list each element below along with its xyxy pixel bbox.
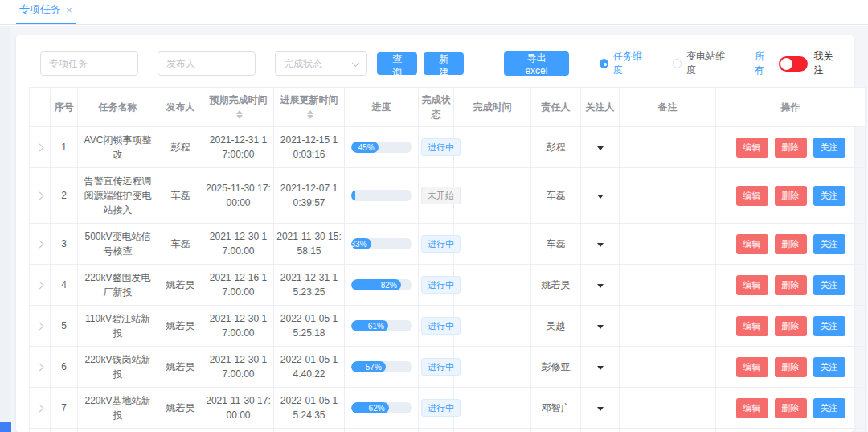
updated-time-cell: 2022-01-05 14:40:22 [274, 347, 345, 388]
expand-row-cell[interactable] [30, 168, 51, 224]
follower-dropdown-icon[interactable] [597, 325, 604, 329]
sort-icon[interactable] [236, 110, 243, 119]
chevron-right-icon[interactable] [36, 144, 44, 152]
task-name-input[interactable] [40, 51, 138, 76]
progress-cell: 61% [345, 306, 419, 347]
status-cell: 进行中 [419, 224, 454, 265]
export-excel-button[interactable]: 导出excel [504, 51, 568, 76]
edit-button[interactable]: 编辑 [736, 357, 768, 377]
edit-button[interactable]: 编辑 [736, 138, 768, 158]
tab-special-task[interactable]: 专项任务 × [16, 0, 76, 24]
expand-row-cell[interactable] [30, 347, 51, 388]
progress-label: 45% [358, 142, 375, 153]
follow-button[interactable]: 关注 [813, 234, 845, 254]
remark-cell [620, 127, 716, 168]
column-header-label: 操作 [781, 101, 800, 113]
delete-button[interactable]: 删除 [775, 275, 807, 295]
delete-button[interactable]: 删除 [775, 234, 807, 254]
publisher-input[interactable] [158, 51, 256, 76]
follower-dropdown-icon[interactable] [597, 366, 604, 370]
column-header: 备注 [620, 88, 716, 127]
expand-row-cell[interactable] [30, 388, 51, 429]
status-badge: 进行中 [421, 399, 461, 418]
expected-time-cell: 2021-12-30 17:00:00 [203, 347, 274, 388]
column-header-label: 进度 [372, 101, 391, 113]
follow-button[interactable]: 关注 [813, 398, 845, 418]
delete-button[interactable]: 删除 [775, 398, 807, 418]
progress-bar: 57% [351, 361, 412, 372]
follower-dropdown-icon[interactable] [597, 284, 604, 288]
content-area: 完成状态 查询 新建 导出excel 任务维度 变电站维度 所有 [0, 26, 868, 432]
status-badge: 进行中 [421, 235, 461, 253]
progress-cell: 82% [345, 265, 419, 306]
chevron-right-icon[interactable] [36, 192, 44, 200]
progress-fill: 82% [351, 279, 401, 290]
expected-time-cell: 2021-12-31 17:00:00 [203, 127, 274, 168]
follower-cell[interactable] [581, 306, 620, 347]
expected-time-cell: 2025-11-30 17:00:00 [203, 168, 274, 224]
sort-icon[interactable] [307, 110, 313, 119]
follower-dropdown-icon[interactable] [597, 243, 604, 247]
delete-button[interactable]: 删除 [775, 138, 807, 158]
progress-bar [351, 190, 412, 201]
progress-bar: 61% [351, 320, 412, 331]
edit-button[interactable]: 编辑 [736, 316, 768, 336]
radio-substation-dimension[interactable]: 变电站维度 [673, 50, 731, 77]
delete-button[interactable]: 删除 [775, 316, 807, 336]
follower-dropdown-icon[interactable] [597, 146, 604, 150]
chevron-down-icon [351, 59, 359, 67]
edit-button[interactable]: 编辑 [736, 234, 768, 254]
follower-cell[interactable] [581, 347, 620, 388]
progress-cell [345, 168, 419, 224]
finished-time-cell [454, 347, 531, 388]
follower-cell[interactable] [581, 127, 620, 168]
create-button[interactable]: 新建 [424, 52, 464, 75]
chevron-right-icon[interactable] [36, 282, 44, 290]
column-header: 发布人 [158, 88, 203, 127]
expand-row-cell[interactable] [30, 306, 51, 347]
follower-dropdown-icon[interactable] [597, 407, 604, 411]
query-button[interactable]: 查询 [377, 52, 417, 75]
column-header-label: 预期完成时间 [210, 94, 268, 105]
chevron-right-icon[interactable] [36, 241, 44, 249]
follow-button[interactable]: 关注 [813, 138, 845, 158]
expected-time-cell: 2021-11-30 17:00:00 [203, 388, 274, 429]
follower-cell[interactable] [581, 168, 620, 224]
expand-row-cell[interactable] [30, 265, 51, 306]
edit-button[interactable]: 编辑 [736, 186, 768, 206]
task-table: 序号任务名称发布人预期完成时间进展更新时间进度完成状态完成时间责任人关注人备注操… [29, 87, 866, 432]
chevron-right-icon[interactable] [36, 323, 44, 331]
follow-button[interactable]: 关注 [813, 186, 845, 206]
follower-cell[interactable] [581, 265, 620, 306]
updated-time-cell: 2022-01-05 15:24:35 [274, 388, 345, 429]
follower-cell[interactable] [581, 429, 620, 432]
expand-row-cell[interactable] [30, 429, 51, 432]
follow-button[interactable]: 关注 [813, 357, 845, 377]
status-select[interactable]: 完成状态 [275, 51, 367, 76]
delete-button[interactable]: 删除 [775, 357, 807, 377]
owner-cell: 邓智广 [531, 388, 581, 429]
edit-button[interactable]: 编辑 [736, 398, 768, 418]
finished-time-cell [454, 306, 531, 347]
remark-cell [620, 168, 716, 224]
tab-close-icon[interactable]: × [66, 5, 72, 15]
status-cell: 进行中 [419, 388, 454, 429]
delete-button[interactable]: 删除 [775, 186, 807, 206]
follow-toggle[interactable] [779, 56, 807, 72]
expand-row-cell[interactable] [30, 224, 51, 265]
task-name-cell: 告警直传远程调阅源端维护变电站接入 [78, 168, 158, 224]
chevron-right-icon[interactable] [36, 364, 44, 372]
follower-cell[interactable] [581, 388, 620, 429]
filter-toolbar: 完成状态 查询 新建 导出excel 任务维度 变电站维度 所有 [29, 47, 841, 80]
progress-fill: 33% [351, 238, 371, 249]
follow-button[interactable]: 关注 [813, 275, 845, 295]
edit-button[interactable]: 编辑 [736, 275, 768, 295]
radio-task-dimension[interactable]: 任务维度 [600, 50, 649, 77]
column-header[interactable]: 进展更新时间 [274, 88, 345, 127]
expand-row-cell[interactable] [30, 127, 51, 168]
follow-button[interactable]: 关注 [813, 316, 845, 336]
follower-dropdown-icon[interactable] [597, 195, 604, 199]
chevron-right-icon[interactable] [36, 405, 44, 413]
column-header[interactable]: 预期完成时间 [203, 88, 274, 127]
follower-cell[interactable] [581, 224, 620, 265]
